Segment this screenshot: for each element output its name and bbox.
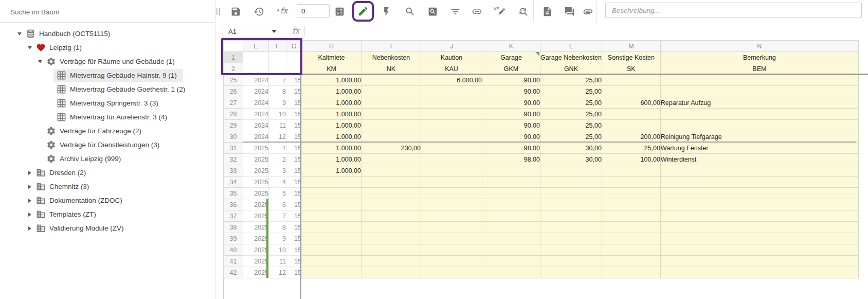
cell-N30[interactable]: Reinigung Tiefgarage — [660, 131, 858, 143]
cell-G42[interactable]: 15 — [286, 267, 302, 278]
cell-M34[interactable] — [602, 177, 660, 188]
cell-F38[interactable]: 8 — [269, 222, 286, 233]
tree-item-templates-zt[interactable]: Templates (ZT) — [0, 207, 215, 221]
cell-F33[interactable]: 3 — [269, 165, 286, 177]
cell-M28[interactable] — [602, 109, 660, 120]
cell-F31[interactable]: 1 — [269, 143, 286, 154]
function-jump-icon[interactable]: ▲fx — [276, 6, 287, 15]
cell-I40[interactable] — [361, 244, 421, 256]
row-header-36[interactable]: 36 — [224, 199, 243, 210]
cell-J33[interactable] — [421, 165, 482, 177]
tree-item-vertr-ge-f-r-r-ume-und-geb-ude-1[interactable]: Verträge für Räume und Gebäude (1) — [0, 55, 215, 68]
cell-G31[interactable]: 15 — [286, 143, 302, 154]
cell-L34[interactable] — [540, 177, 602, 188]
cell-J2[interactable]: KAU — [421, 63, 482, 75]
find-replace-icon[interactable] — [517, 5, 529, 17]
tree-item-mietvertrag-f-r-aurelienstr-3-4[interactable]: Mietvertrag für Aurelienstr. 3 (4) — [0, 110, 215, 124]
cell-K32[interactable]: 98,00 — [482, 154, 540, 165]
cell-name-box[interactable]: A1 — [223, 25, 280, 38]
cell-F41[interactable]: 11 — [269, 256, 286, 267]
row-header-33[interactable]: 33 — [224, 165, 243, 177]
cell-N31[interactable]: Wartung Fenster — [660, 143, 858, 154]
cell-J25[interactable]: 6.000,00 — [421, 75, 482, 86]
cell-K31[interactable]: 98,00 — [482, 143, 540, 154]
cell-F26[interactable]: 8 — [269, 86, 286, 97]
cell-I30[interactable] — [361, 131, 421, 143]
cell-K39[interactable] — [482, 233, 540, 244]
cell-N40[interactable] — [660, 244, 858, 256]
tree-item-mietvertrag-geb-ude-goethestr-1-2[interactable]: Mietvertrag Gebäude Goethestr. 1 (2) — [0, 82, 215, 96]
cell-J26[interactable] — [421, 86, 482, 97]
cell-I31[interactable]: 230,00 — [361, 143, 421, 154]
cell-K2[interactable]: GKM — [482, 63, 540, 75]
row-header-31[interactable]: 31 — [224, 143, 243, 154]
search-icon[interactable] — [404, 5, 416, 17]
cell-F36[interactable]: 6 — [269, 199, 286, 210]
cell-L40[interactable] — [540, 244, 602, 256]
cell-J31[interactable] — [421, 143, 482, 154]
cell-J28[interactable] — [421, 109, 482, 120]
cell-N28[interactable] — [660, 109, 858, 120]
cell-F27[interactable]: 9 — [269, 97, 286, 109]
attachment-icon[interactable] — [582, 5, 594, 17]
row-header-41[interactable]: 41 — [224, 256, 243, 267]
cell-E32[interactable]: 2025 — [243, 154, 269, 165]
cell-F25[interactable]: 7 — [269, 75, 286, 86]
cell-I42[interactable] — [361, 267, 421, 278]
cell-F32[interactable]: 2 — [269, 154, 286, 165]
cell-K37[interactable] — [482, 210, 540, 222]
cell-E28[interactable]: 2024 — [243, 109, 269, 120]
cell-H34[interactable] — [302, 177, 361, 188]
filter-icon[interactable] — [449, 5, 461, 17]
cell-K42[interactable] — [482, 267, 540, 278]
cell-H36[interactable] — [302, 199, 361, 210]
column-header-L[interactable]: L — [540, 41, 602, 52]
cell-I32[interactable] — [361, 154, 421, 165]
cell-J1[interactable]: Kaution — [421, 52, 482, 63]
cell-N42[interactable] — [660, 267, 858, 278]
cell-F29[interactable]: 11 — [269, 120, 286, 131]
row-header-27[interactable]: 27 — [224, 97, 243, 109]
cell-N1[interactable]: Bemerkung — [660, 52, 858, 63]
cell-L28[interactable]: 25,00 — [540, 109, 602, 120]
cell-N41[interactable] — [660, 256, 858, 267]
cell-J39[interactable] — [421, 233, 482, 244]
cell-E29[interactable]: 2024 — [243, 120, 269, 131]
cell-K33[interactable] — [482, 165, 540, 177]
cell-G34[interactable]: 15 — [286, 177, 302, 188]
tree-item-mietvertrag-geb-ude-hainstr-9-1[interactable]: Mietvertrag Gebäude Hainstr. 9 (1) — [0, 68, 215, 82]
cell-L26[interactable]: 25,00 — [540, 86, 602, 97]
cell-K27[interactable]: 90,00 — [482, 97, 540, 109]
cell-H30[interactable]: 1.000,00 — [302, 131, 361, 143]
edit-pen-icon[interactable] — [357, 6, 369, 17]
cell-H41[interactable] — [302, 256, 361, 267]
cell-N38[interactable] — [660, 222, 858, 233]
description-input[interactable] — [605, 3, 862, 18]
cell-K36[interactable] — [482, 199, 540, 210]
row-header-34[interactable]: 34 — [224, 177, 243, 188]
cell-H37[interactable] — [302, 210, 361, 222]
cell-H35[interactable] — [302, 188, 361, 199]
cell-N25[interactable] — [660, 75, 858, 86]
cell-L41[interactable] — [540, 256, 602, 267]
cell-M27[interactable]: 600,00 — [602, 97, 660, 109]
column-header-K[interactable]: K — [482, 41, 540, 52]
cell-L29[interactable]: 25,00 — [540, 120, 602, 131]
row-header-30[interactable]: 30 — [224, 131, 243, 143]
cell-H1[interactable]: Kaltmiete — [302, 52, 361, 63]
cell-L38[interactable] — [540, 222, 602, 233]
cell-H28[interactable]: 1.000,00 — [302, 109, 361, 120]
tree-item-archiv-leipzig-999[interactable]: Archiv Leipzig (999) — [0, 152, 215, 166]
cell-E42[interactable]: 2025 — [243, 267, 269, 278]
cell-F39[interactable]: 9 — [269, 233, 286, 244]
cell-H26[interactable]: 1.000,00 — [302, 86, 361, 97]
cell-M38[interactable] — [602, 222, 660, 233]
cell-H25[interactable]: 1.000,00 — [302, 75, 361, 86]
cell-F30[interactable]: 12 — [269, 131, 286, 143]
cell-G41[interactable]: 15 — [286, 256, 302, 267]
cell-E38[interactable]: 2025 — [243, 222, 269, 233]
cell-E30[interactable]: 2024 — [243, 131, 269, 143]
cell-K35[interactable] — [482, 188, 540, 199]
cell-J30[interactable] — [421, 131, 482, 143]
cell-K30[interactable]: 90,00 — [482, 131, 540, 143]
